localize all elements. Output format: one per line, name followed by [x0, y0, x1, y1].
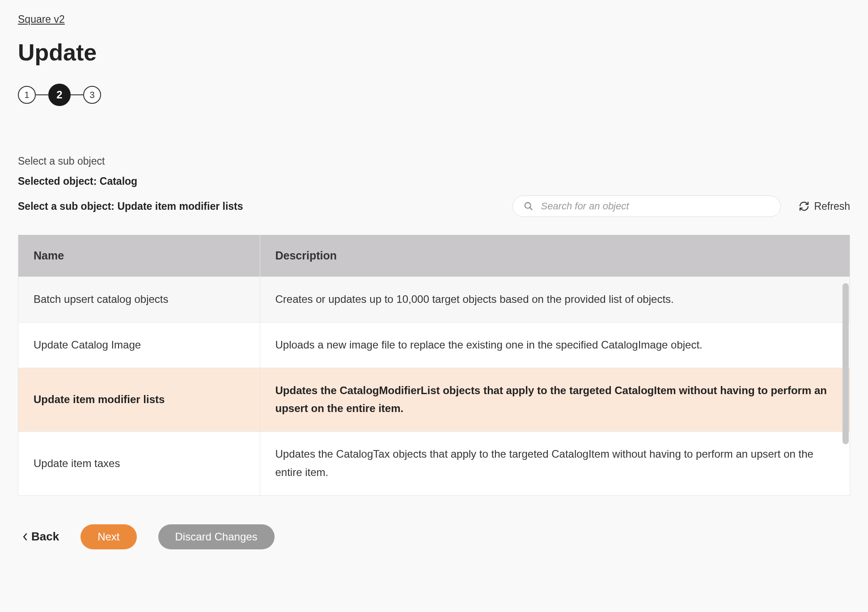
search-input[interactable] [541, 200, 770, 212]
step-2[interactable]: 2 [48, 84, 71, 106]
search-icon [524, 201, 534, 211]
row-description: Updates the CatalogTax objects that appl… [260, 432, 850, 495]
scrollbar[interactable] [843, 283, 849, 444]
table-row[interactable]: Update item modifier listsUpdates the Ca… [18, 368, 850, 432]
col-name[interactable]: Name [18, 235, 260, 277]
sub-object-line: Select a sub object: Update item modifie… [18, 200, 243, 212]
sub-object-prefix: Select a sub object: [18, 200, 117, 212]
row-description: Creates or updates up to 10,000 target o… [260, 277, 850, 323]
selected-object-value: Catalog [100, 175, 137, 187]
table-row[interactable]: Update item taxesUpdates the CatalogTax … [18, 432, 850, 495]
row-name: Update item taxes [18, 432, 260, 495]
sub-object-value: Update item modifier lists [117, 200, 243, 212]
next-button[interactable]: Next [80, 524, 136, 549]
step-1[interactable]: 1 [18, 86, 36, 104]
stepper: 1 2 3 [18, 84, 850, 106]
back-button[interactable]: Back [22, 530, 59, 544]
svg-line-1 [530, 208, 533, 210]
row-name: Batch upsert catalog objects [18, 277, 260, 323]
row-name: Update Catalog Image [18, 322, 260, 368]
page-title: Update [18, 39, 850, 66]
row-name: Update item modifier lists [18, 368, 260, 432]
discard-button[interactable]: Discard Changes [158, 524, 275, 549]
svg-point-0 [525, 203, 531, 208]
table-row[interactable]: Update Catalog ImageUploads a new image … [18, 322, 850, 368]
back-label: Back [31, 530, 59, 544]
row-description: Uploads a new image file to replace the … [260, 322, 850, 368]
step-connector [36, 94, 48, 95]
step-3[interactable]: 3 [83, 86, 101, 104]
selected-object-line: Selected object: Catalog [18, 175, 850, 187]
row-description: Updates the CatalogModifierList objects … [260, 368, 850, 432]
refresh-icon [799, 201, 809, 212]
section-label: Select a sub object [18, 155, 850, 167]
refresh-label: Refresh [814, 200, 850, 212]
selected-object-prefix: Selected object: [18, 175, 100, 187]
breadcrumb-link[interactable]: Square v2 [18, 13, 65, 26]
col-description[interactable]: Description [260, 235, 850, 277]
footer-actions: Back Next Discard Changes [18, 524, 850, 549]
search-box[interactable] [512, 196, 781, 217]
refresh-button[interactable]: Refresh [799, 200, 850, 212]
object-table: Name Description Batch upsert catalog ob… [18, 235, 850, 496]
chevron-left-icon [22, 532, 29, 541]
table-row[interactable]: Batch upsert catalog objectsCreates or u… [18, 277, 850, 323]
step-connector [71, 94, 83, 95]
